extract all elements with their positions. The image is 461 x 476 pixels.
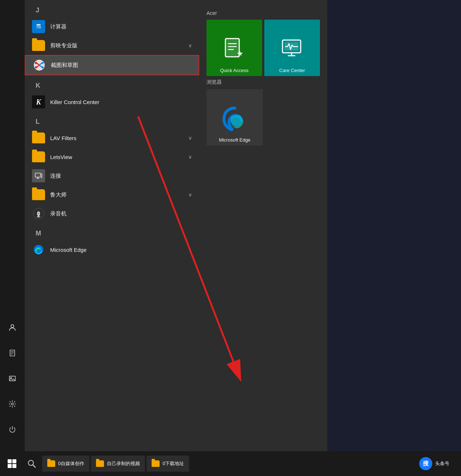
svg-point-0	[11, 325, 14, 328]
killer-label: Killer Control Center	[50, 99, 192, 105]
svg-rect-15	[40, 27, 41, 28]
snip-label: 截图和草图	[51, 62, 191, 69]
app-killer[interactable]: K Killer Control Center	[25, 92, 199, 111]
app-edge[interactable]: Microsoft Edge	[25, 240, 199, 259]
browser-tiles-row: Microsoft Edge	[207, 89, 320, 146]
svg-rect-21	[35, 173, 41, 177]
lav-arrow: ∨	[188, 135, 192, 141]
calculator-icon	[32, 20, 45, 33]
svg-rect-13	[37, 28, 38, 28]
edge-large-icon	[220, 104, 249, 134]
quickaccess-icon	[222, 36, 247, 66]
recorder-icon	[32, 207, 45, 220]
carecenter-label: Care Center	[279, 68, 305, 73]
quickaccess-label: Quick Access	[220, 68, 248, 73]
tiles-area: Acer Quick Access	[199, 0, 327, 451]
app-connect[interactable]: 连接	[25, 166, 199, 185]
letsview-arrow: ∨	[188, 154, 192, 160]
recorder-label: 录音机	[50, 210, 192, 217]
taskbar-self-media[interactable]: 0自媒体创作	[42, 456, 89, 472]
svg-rect-26	[37, 217, 40, 217]
svg-line-45	[33, 465, 35, 467]
msedge-label: Microsoft Edge	[219, 137, 250, 143]
sidebar-pictures-icon[interactable]	[5, 371, 20, 386]
sidebar	[0, 0, 25, 451]
letsview-folder-icon	[32, 150, 45, 163]
app-lav[interactable]: LAV Filters ∨	[25, 128, 199, 147]
app-recorder[interactable]: 录音机	[25, 204, 199, 223]
jianying-label: 剪映专业版	[50, 42, 183, 49]
app-calculator[interactable]: 计算器	[25, 17, 199, 36]
lu-arrow: ∨	[188, 192, 192, 198]
jianying-folder-icon	[32, 39, 45, 52]
lu-label: 鲁大师	[50, 191, 183, 198]
app-letsview[interactable]: LetsView ∨	[25, 147, 199, 166]
acer-section-label: Acer	[207, 10, 320, 16]
section-m: M	[25, 226, 199, 240]
section-k: K	[25, 78, 199, 92]
recorded-label: 自己录制的视频	[107, 460, 140, 467]
app-list: J 计算器	[25, 0, 199, 451]
acer-tiles-row: Quick Access	[207, 20, 320, 76]
section-j: J	[25, 3, 199, 17]
self-media-folder-icon	[47, 460, 55, 467]
edge-icon	[32, 243, 45, 256]
letsview-label: LetsView	[50, 154, 183, 160]
taskbar-recorded[interactable]: 自己录制的视频	[91, 456, 145, 472]
svg-rect-29	[225, 39, 239, 57]
download-folder-icon	[152, 460, 160, 467]
desktop-background	[327, 0, 461, 451]
svg-rect-10	[37, 26, 38, 27]
svg-rect-9	[37, 24, 41, 26]
self-media-label: 0自媒体创作	[58, 460, 84, 467]
svg-point-20	[41, 66, 44, 68]
svg-point-7	[11, 403, 13, 405]
connect-icon	[32, 169, 45, 182]
app-lu[interactable]: 鲁大师 ∨	[25, 185, 199, 204]
tile-carecenter[interactable]: Care Center	[264, 20, 320, 76]
lav-folder-icon	[32, 131, 45, 144]
browser-section-label: 浏览器	[207, 79, 320, 86]
taskbar-download[interactable]: 0下载地址	[147, 456, 189, 472]
sogou-icon: 搜	[419, 457, 432, 470]
recorded-folder-icon	[96, 460, 104, 467]
svg-rect-40	[8, 459, 12, 463]
download-label: 0下载地址	[163, 460, 184, 467]
svg-point-28	[38, 213, 39, 214]
app-jianying[interactable]: 剪映专业版 ∨	[25, 36, 199, 55]
svg-rect-43	[12, 464, 16, 468]
snip-icon	[33, 59, 46, 72]
taskbar: 0自媒体创作 自己录制的视频 0下载地址 搜 头条号	[0, 451, 461, 476]
svg-point-19	[41, 62, 44, 64]
section-l: L	[25, 114, 199, 128]
svg-point-18	[35, 66, 37, 68]
edge-label: Microsoft Edge	[50, 247, 192, 253]
sidebar-power-icon[interactable]	[5, 422, 20, 437]
taskbar-sogou[interactable]: 搜 头条号	[414, 456, 454, 472]
tile-msedge[interactable]: Microsoft Edge	[207, 89, 263, 146]
svg-rect-12	[40, 26, 41, 27]
connect-label: 连接	[50, 172, 192, 179]
start-button[interactable]	[3, 455, 21, 473]
svg-rect-42	[8, 464, 12, 468]
calculator-label: 计算器	[50, 23, 192, 30]
sidebar-document-icon[interactable]	[5, 346, 20, 360]
start-menu: J 计算器	[0, 0, 327, 451]
svg-rect-14	[38, 28, 39, 28]
search-button[interactable]	[23, 455, 41, 473]
sogou-label: 头条号	[435, 460, 449, 467]
carecenter-icon	[280, 36, 305, 66]
tile-quickaccess[interactable]: Quick Access	[207, 20, 262, 76]
jianying-arrow: ∨	[188, 43, 192, 48]
svg-point-17	[35, 62, 37, 64]
sidebar-settings-icon[interactable]	[5, 397, 20, 411]
sidebar-user-icon[interactable]	[5, 320, 20, 335]
lav-label: LAV Filters	[50, 135, 183, 141]
lu-folder-icon	[32, 188, 45, 201]
svg-rect-41	[12, 459, 16, 463]
killer-icon: K	[32, 95, 45, 108]
taskbar-right-area: 搜 头条号	[414, 456, 458, 472]
app-snip[interactable]: 截图和草图	[25, 55, 199, 75]
svg-rect-11	[38, 26, 39, 27]
